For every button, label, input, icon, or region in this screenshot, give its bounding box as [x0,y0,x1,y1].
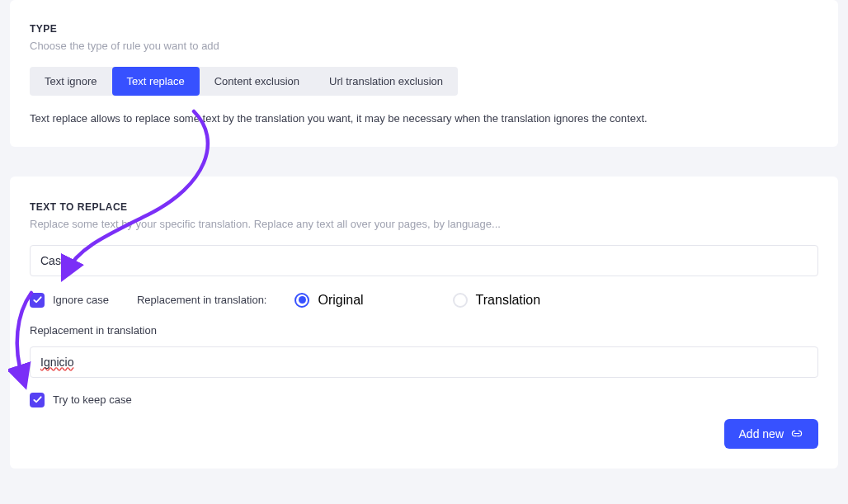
keep-case-checkbox-wrap[interactable]: Try to keep case [30,393,818,407]
keep-case-checkbox[interactable] [30,393,45,407]
type-title: TYPE [30,23,818,35]
radio-translation-label: Translation [476,293,541,308]
radio-original-label: Original [318,293,363,308]
radio-translation[interactable]: Translation [453,293,541,308]
tab-text-replace[interactable]: Text replace [112,67,200,96]
text-replace-card: TEXT TO REPLACE Replace some text by you… [10,177,838,469]
ignore-case-checkbox-wrap[interactable]: Ignore case [30,293,109,308]
type-subtitle: Choose the type of rule you want to add [30,40,818,52]
add-new-button[interactable]: Add new [724,419,818,449]
replacement-field-label: Replacement in translation [30,324,818,337]
radio-translation-indicator[interactable] [453,293,468,308]
add-new-label: Add new [739,427,784,440]
rule-type-tabs: Text ignore Text replace Content exclusi… [30,67,458,96]
tab-url-translation-exclusion[interactable]: Url translation exclusion [314,67,458,96]
replace-title: TEXT TO REPLACE [30,201,818,213]
check-icon [33,295,42,304]
radio-original[interactable]: Original [294,293,363,308]
radio-group-original: Original Translation [294,293,540,308]
radio-original-indicator[interactable] [294,293,309,308]
replacement-input[interactable]: Ignicio [30,346,818,378]
tab-content-exclusion[interactable]: Content exclusion [200,67,314,96]
replacement-value-text: Ignicio [40,356,73,369]
ignore-case-checkbox[interactable] [30,293,45,308]
replace-subtitle: Replace some text by your specific trans… [30,218,818,230]
link-icon [790,428,803,439]
keep-case-label: Try to keep case [53,393,132,406]
options-row: Ignore case Replacement in translation: … [30,293,818,308]
text-to-replace-input[interactable] [30,245,818,276]
type-card: TYPE Choose the type of rule you want to… [10,0,838,147]
check-icon [33,395,42,404]
replacement-label: Replacement in translation: [137,294,267,306]
type-description: Text replace allows to replace some text… [30,111,818,127]
tab-text-ignore[interactable]: Text ignore [30,67,112,96]
ignore-case-label: Ignore case [53,294,109,306]
